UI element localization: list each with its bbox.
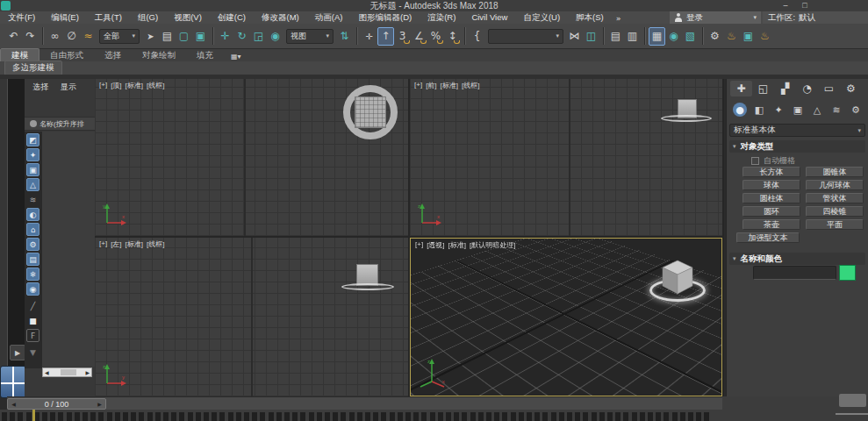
viewport-shading-label[interactable]: [线框] (462, 81, 479, 90)
viewport-pov-label[interactable]: [顶] (111, 81, 121, 90)
systems-category-icon[interactable]: ⚙ (846, 102, 865, 118)
minimize-button[interactable]: – (778, 0, 793, 11)
spinner-snap-icon[interactable]: ↕ (444, 27, 461, 46)
curve-editor-icon[interactable]: ◉ (665, 27, 682, 46)
filter-materials-icon[interactable]: ◐ (26, 208, 39, 221)
display-tab-icon[interactable]: ▭ (818, 81, 840, 96)
filter-camera-dome-icon[interactable]: ⌂ (26, 223, 39, 236)
time-marker[interactable] (32, 410, 35, 421)
helpers-category-icon[interactable]: △ (807, 102, 827, 118)
cameras-category-icon[interactable]: ▣ (788, 102, 807, 118)
scrollbar-thumb[interactable] (61, 369, 76, 375)
ribbon-tab-modeling[interactable]: 建模 (0, 48, 39, 61)
render-production-icon[interactable]: ♨ (757, 27, 773, 46)
ribbon-tab-populate[interactable]: 填充 (186, 49, 224, 61)
menu-item-civil-view[interactable]: Civil View (463, 11, 515, 24)
filter-systems-icon[interactable]: ⚙ (26, 238, 39, 251)
geometry-category-icon[interactable]: ● (730, 102, 750, 118)
motion-tab-icon[interactable]: ◔ (796, 81, 818, 96)
render-setup-icon[interactable]: ⚙ (707, 27, 723, 46)
ribbon-tab-object-paint[interactable]: 对象绘制 (132, 49, 186, 61)
pyramid-button[interactable]: 四棱锥 (806, 206, 864, 217)
filter-cameras-icon[interactable]: ▣ (26, 163, 39, 176)
time-slider-handle[interactable]: ◀ 0 / 100 ▶ (7, 398, 106, 410)
spacewarps-category-icon[interactable]: ≋ (827, 102, 846, 118)
select-manipulate-icon[interactable]: ✛ (361, 27, 377, 46)
scene-explorer-toggle-icon[interactable]: ▤ (607, 27, 624, 46)
menu-item-tools[interactable]: 工具(T) (87, 11, 130, 24)
filter-hidden-icon[interactable]: ◉ (26, 282, 39, 296)
filter-spacewarps-icon[interactable]: ≋ (26, 193, 39, 206)
keyboard-override-icon[interactable]: { (469, 27, 485, 46)
lights-category-icon[interactable]: ✦ (769, 102, 788, 118)
teapot-button[interactable]: 茶壶 (742, 219, 800, 230)
scroll-right-icon[interactable]: ▶ (83, 369, 91, 375)
viewport-top[interactable]: [+] [顶] [标准] [线框] y x (95, 79, 408, 236)
percent-snap-icon[interactable]: % (427, 27, 444, 46)
viewport-shading-label[interactable]: [默认明暗处理] (470, 240, 515, 250)
region-select-icon[interactable]: ▢ (176, 27, 192, 46)
menu-item-rendering[interactable]: 渲染(R) (420, 11, 463, 24)
select-by-name-icon[interactable]: ▤ (159, 27, 176, 46)
filter-containers-icon[interactable]: ▤ (26, 253, 39, 266)
panel-resize-handle[interactable] (839, 394, 866, 407)
explorer-horizontal-scrollbar[interactable]: ◀ ▶ (42, 367, 92, 377)
create-tab-icon[interactable]: ✚ (730, 81, 752, 96)
viewport-pov-label[interactable]: [左] (111, 239, 121, 249)
unlink-icon[interactable]: ∅ (63, 27, 80, 46)
filter-frozen-icon[interactable]: ❄ (26, 268, 39, 281)
select-place-active-icon[interactable]: ↑ (377, 27, 394, 46)
explorer-object-list[interactable] (42, 132, 95, 367)
select-scale-icon[interactable]: ◲ (250, 27, 267, 46)
viewport-shading-label[interactable]: [线框] (147, 239, 164, 249)
menu-item-graph-editors[interactable]: 图形编辑器(D) (350, 11, 420, 24)
select-object-icon[interactable]: ➤ (142, 27, 159, 46)
menu-item-animation[interactable]: 动画(A) (307, 11, 351, 24)
ribbon-tab-freeform[interactable]: 自由形式 (39, 49, 94, 61)
filter-helpers-icon[interactable]: △ (26, 178, 39, 191)
geosphere-button[interactable]: 几何球体 (806, 180, 864, 190)
viewport-standard-label[interactable]: [标准] (126, 81, 143, 90)
tube-button[interactable]: 管状体 (806, 193, 864, 203)
use-pivot-center-icon[interactable]: ⇅ (336, 27, 353, 46)
ribbon-config-icon[interactable]: ▦▾ (224, 52, 248, 61)
snaps-toggle-icon[interactable]: 3 (394, 27, 411, 46)
menu-item-customize[interactable]: 自定义(U) (515, 11, 568, 24)
sign-in-dropdown[interactable]: 登录 ▾ (670, 11, 761, 24)
explorer-tab-display[interactable]: 显示 (61, 82, 76, 94)
schematic-view-icon[interactable]: ▧ (682, 27, 699, 46)
viewport-standard-label[interactable]: [标准] (126, 239, 143, 249)
window-crossing-icon[interactable]: ▣ (192, 27, 209, 46)
menu-item-modifiers[interactable]: 修改器(M) (254, 11, 307, 24)
viewport-shading-label[interactable]: [线框] (147, 81, 164, 90)
ribbon-toggle-icon[interactable]: ▦ (649, 27, 665, 46)
workspace-selector[interactable]: 工作区: 默认 (763, 11, 868, 24)
explorer-tab-select[interactable]: 选择 (32, 82, 48, 94)
next-frame-icon[interactable]: ▶ (94, 401, 105, 407)
viewport-pov-label[interactable]: [前] (426, 81, 436, 90)
viewport-left[interactable]: [+] [左] [标准] [线框] z y (95, 238, 408, 396)
sphere-button[interactable]: 球体 (742, 180, 800, 190)
rendered-frame-window-icon[interactable]: ▣ (740, 27, 757, 46)
angle-snap-icon[interactable]: ∠ (411, 27, 427, 46)
box-object[interactable] (355, 96, 386, 128)
align-icon[interactable]: ◫ (583, 27, 599, 46)
primitive-category-dropdown[interactable]: 标准基本体 ▾ (729, 124, 865, 137)
menu-item-group[interactable]: 组(G) (130, 11, 166, 24)
box-button[interactable]: 长方体 (742, 167, 800, 177)
explorer-sort-header[interactable]: 名称(按升序排 (25, 117, 95, 131)
cylinder-button[interactable]: 圆柱体 (742, 193, 800, 203)
polygon-modeling-panel[interactable]: 多边形建模 (4, 61, 62, 75)
menu-item-scripting[interactable]: 脚本(S) (568, 11, 612, 24)
layer-manager-icon[interactable]: ▥ (624, 27, 641, 46)
dock-flyout-button[interactable]: ▶ (10, 345, 25, 360)
box-object[interactable] (659, 258, 696, 296)
ribbon-tab-selection[interactable]: 选择 (94, 49, 132, 61)
viewport-standard-label[interactable]: [标准] (448, 240, 466, 250)
time-slider-track[interactable]: ◀ 0 / 100 ▶ (7, 396, 722, 410)
viewport-layout-tab-button[interactable] (0, 366, 26, 398)
filter-frozen-f-icon[interactable]: F (26, 329, 39, 342)
name-color-rollout[interactable]: ▾ 名称和颜色 (729, 253, 865, 265)
reference-coordinate-dropdown[interactable]: 视图 ▾ (286, 29, 334, 44)
menu-item-edit[interactable]: 编辑(E) (43, 11, 87, 24)
